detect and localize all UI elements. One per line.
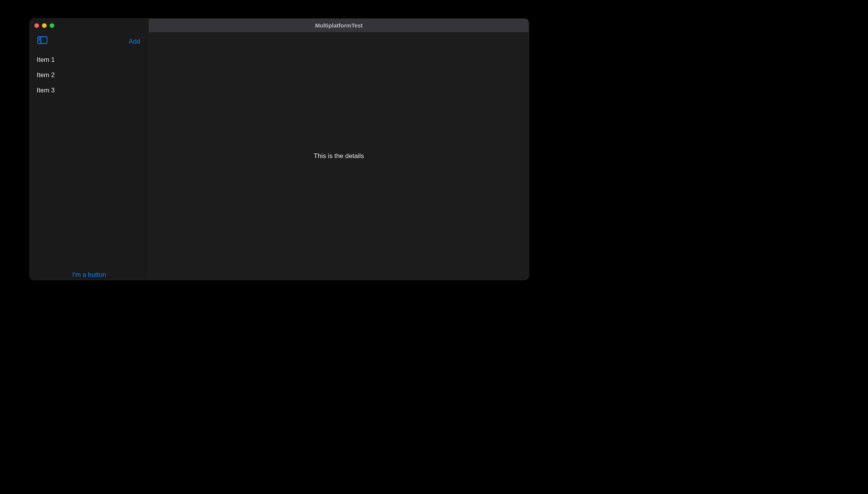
footer-button[interactable]: I'm a button <box>72 271 106 279</box>
svg-rect-0 <box>38 37 47 44</box>
sidebar-item-label: Item 2 <box>37 71 55 79</box>
detail-area: This is the details <box>149 32 529 280</box>
sidebar-item[interactable]: Item 1 <box>30 52 149 68</box>
app-window: Add Item 1 Item 2 Item 3 I'm a button Mu… <box>29 18 529 280</box>
sidebar-list: Item 1 Item 2 Item 3 <box>30 51 149 271</box>
minimize-window-button[interactable] <box>42 23 47 28</box>
titlebar[interactable]: MultiplatformTest <box>149 19 529 32</box>
sidebar: Add Item 1 Item 2 Item 3 I'm a button <box>30 19 149 280</box>
detail-text: This is the details <box>314 152 364 160</box>
toggle-sidebar-button[interactable] <box>37 36 47 45</box>
fullscreen-window-button[interactable] <box>50 23 54 28</box>
window-title: MultiplatformTest <box>315 22 363 29</box>
sidebar-item[interactable]: Item 2 <box>30 68 149 83</box>
window-controls <box>34 23 54 28</box>
add-button[interactable]: Add <box>129 38 140 45</box>
sidebar-item-label: Item 1 <box>37 56 55 63</box>
sidebar-item-label: Item 3 <box>37 87 55 94</box>
sidebar-icon <box>37 36 47 45</box>
content-area: MultiplatformTest This is the details <box>149 19 529 280</box>
sidebar-item[interactable]: Item 3 <box>30 83 149 98</box>
close-window-button[interactable] <box>34 23 39 28</box>
sidebar-footer: I'm a button <box>30 271 149 280</box>
